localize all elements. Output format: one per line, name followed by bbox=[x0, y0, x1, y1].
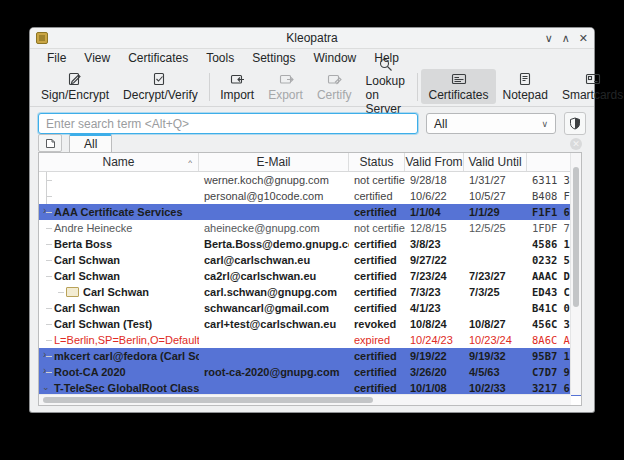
tree-gutter bbox=[41, 300, 54, 316]
certificate-row[interactable]: ›mkcert carl@fedora (Carl Sch...certifie… bbox=[39, 348, 581, 364]
status-cell: certified bbox=[349, 238, 405, 250]
toolbar-button-label: Sign/Encrypt bbox=[41, 88, 109, 102]
certificate-name: Carl Schwan bbox=[54, 254, 120, 266]
valid-from-cell: 10/8/24 bbox=[405, 318, 464, 330]
import-button[interactable]: Import bbox=[213, 69, 261, 104]
valid-from-cell: 10/6/22 bbox=[405, 190, 464, 202]
certificate-row[interactable]: werner.koch@gnupg.comnot certified9/28/1… bbox=[39, 172, 581, 188]
column-label: Status bbox=[359, 155, 393, 169]
column-header-e-mail[interactable]: E-Mail bbox=[199, 153, 349, 171]
certificate-name: Carl Schwan bbox=[54, 302, 120, 314]
search-input[interactable] bbox=[38, 113, 418, 134]
valid-until-cell: 4/5/63 bbox=[464, 366, 527, 378]
status-cell: certified bbox=[349, 190, 405, 202]
certify-button: Certify bbox=[310, 69, 359, 104]
horizontal-scrollbar-handle[interactable] bbox=[43, 397, 373, 403]
filter-dropdown[interactable]: All ∨ bbox=[426, 113, 556, 134]
tree-gutter bbox=[41, 252, 54, 268]
name-cell: ›Root-CA 2020 bbox=[39, 364, 199, 380]
status-cell: not certified bbox=[349, 174, 405, 186]
certificate-name: Andre Heinecke bbox=[54, 222, 132, 234]
new-tab-icon bbox=[45, 138, 56, 149]
column-label: Name bbox=[102, 155, 134, 169]
email-cell: ca2rl@carlschwan.eu bbox=[199, 270, 349, 282]
certificate-row[interactable]: Berta BossBerta.Boss@demo.gnupg.comcerti… bbox=[39, 236, 581, 252]
valid-from-cell: 7/3/23 bbox=[405, 286, 464, 298]
tree-gutter bbox=[41, 316, 54, 332]
name-cell: Andre Heinecke bbox=[39, 220, 199, 236]
email-cell: Berta.Boss@demo.gnupg.com bbox=[199, 238, 349, 250]
valid-until-cell: 10/2/33 bbox=[464, 382, 527, 394]
valid-from-cell: 12/8/15 bbox=[405, 222, 464, 234]
column-label: Valid From bbox=[405, 155, 462, 169]
new-tab-button[interactable] bbox=[38, 134, 62, 152]
valid-from-cell: 3/26/20 bbox=[405, 366, 464, 378]
expand-icon[interactable]: › bbox=[43, 365, 46, 376]
column-label: E-Mail bbox=[256, 155, 290, 169]
close-tab-icon: ✕ bbox=[570, 138, 582, 150]
valid-from-cell: 9/19/22 bbox=[405, 350, 464, 362]
name-cell: Carl Schwan (Test) bbox=[39, 316, 199, 332]
toolbar-button-label: Notepad bbox=[503, 88, 548, 102]
sign-encrypt-button[interactable]: Sign/Encrypt bbox=[34, 69, 116, 104]
status-cell: expired bbox=[349, 334, 405, 346]
certificates-button[interactable]: Certificates bbox=[421, 69, 495, 104]
email-cell: aheinecke@gnupg.com bbox=[199, 222, 349, 234]
valid-from-cell: 7/23/24 bbox=[405, 270, 464, 282]
name-cell: L=Berlin,SP=Berlin,O=Default C... bbox=[39, 332, 199, 348]
smartcards-button[interactable]: Smartcards bbox=[555, 69, 624, 104]
status-cell: certified bbox=[349, 270, 405, 282]
smartcards-icon bbox=[585, 71, 601, 87]
horizontal-scrollbar[interactable] bbox=[39, 394, 571, 405]
decrypt-verify-button[interactable]: Decrypt/Verify bbox=[116, 69, 205, 104]
status-cell: revoked bbox=[349, 318, 405, 330]
certificate-view: All ✕ Name^E-MailStatusValid FromValid U… bbox=[38, 134, 582, 406]
column-header-status[interactable]: Status bbox=[349, 153, 405, 171]
collapse-icon[interactable]: ⌄ bbox=[42, 382, 50, 392]
maximize-icon[interactable]: ∧ bbox=[562, 32, 570, 44]
notepad-icon bbox=[517, 71, 533, 87]
certificate-row[interactable]: Carl Schwan (Test)carl+test@carlschwan.e… bbox=[39, 316, 581, 332]
notepad-button[interactable]: Notepad bbox=[496, 69, 555, 104]
column-header-valid-from[interactable]: Valid From bbox=[405, 153, 464, 171]
certificates-icon bbox=[451, 71, 467, 87]
valid-until-cell: 7/23/27 bbox=[464, 270, 527, 282]
tree-gutter bbox=[53, 284, 66, 300]
certificate-row[interactable]: Carl Schwanschwancarl@gmail.comcertified… bbox=[39, 300, 581, 316]
column-header-name[interactable]: Name^ bbox=[39, 153, 199, 171]
tab-bar: All ✕ bbox=[38, 134, 582, 152]
column-header-valid-until[interactable]: Valid Until bbox=[464, 153, 527, 171]
certificate-name: Root-CA 2020 bbox=[54, 366, 126, 378]
certify-shield-button[interactable] bbox=[564, 112, 586, 135]
certificate-row[interactable]: Andre Heineckeaheinecke@gnupg.comnot cer… bbox=[39, 220, 581, 236]
expand-icon[interactable]: › bbox=[43, 205, 46, 216]
certificate-row[interactable]: ›Root-CA 2020root-ca-2020@gnupg.comcerti… bbox=[39, 364, 581, 380]
close-icon[interactable]: ✕ bbox=[579, 32, 588, 44]
certificate-name: Berta Boss bbox=[54, 238, 112, 250]
kleopatra-window: Kleopatra ∨ ∧ ✕ FileViewCertificatesTool… bbox=[30, 28, 594, 412]
minimize-icon[interactable]: ∨ bbox=[545, 32, 553, 44]
valid-until-cell: 9/19/32 bbox=[464, 350, 527, 362]
vertical-scrollbar-handle[interactable] bbox=[573, 167, 579, 307]
tree-gutter bbox=[41, 268, 54, 284]
chevron-down-icon: ∨ bbox=[541, 119, 548, 129]
tree-gutter bbox=[41, 188, 54, 204]
valid-until-cell: 1/1/29 bbox=[464, 206, 527, 218]
lookup-on-server-button[interactable]: Lookup on Server bbox=[359, 55, 414, 118]
expand-icon[interactable]: › bbox=[43, 349, 46, 360]
certificate-row[interactable]: Carl Schwancarl@carlschwan.eucertified9/… bbox=[39, 252, 581, 268]
valid-from-cell: 4/1/23 bbox=[405, 302, 464, 314]
tree-gutter bbox=[41, 220, 54, 236]
certificate-row[interactable]: Carl Schwancarl.schwan@gnupg.comcertifie… bbox=[39, 284, 581, 300]
vertical-scrollbar[interactable] bbox=[570, 153, 581, 395]
certificate-row[interactable]: Carl Schwanca2rl@carlschwan.eucertified7… bbox=[39, 268, 581, 284]
certificate-row[interactable]: L=Berlin,SP=Berlin,O=Default C...expired… bbox=[39, 332, 581, 348]
name-cell: ›AAA Certificate Services bbox=[39, 204, 199, 220]
tab-all[interactable]: All bbox=[69, 134, 112, 152]
certificate-row[interactable]: ›AAA Certificate Servicescertified1/1/04… bbox=[39, 204, 581, 220]
certificate-name: Carl Schwan (Test) bbox=[54, 318, 152, 330]
certificate-row[interactable]: personal@g10code.comcertified10/6/2210/5… bbox=[39, 188, 581, 204]
tree-gutter bbox=[41, 236, 54, 252]
valid-from-cell: 3/8/23 bbox=[405, 238, 464, 250]
certificate-name: T-TeleSec GlobalRoot Class 2 bbox=[54, 382, 199, 394]
